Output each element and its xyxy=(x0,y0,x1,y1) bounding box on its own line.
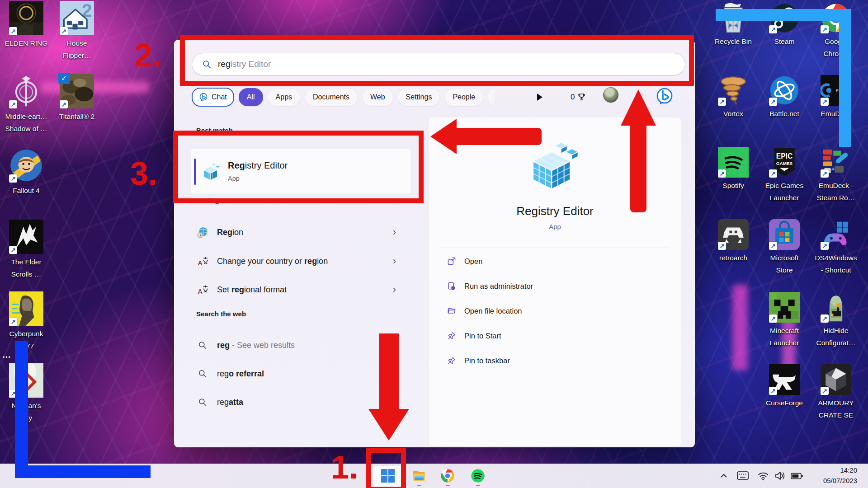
web-item-lead: reg xyxy=(217,369,229,378)
action-open-file-location[interactable]: Open file location xyxy=(447,303,522,319)
desktop-icon-label: Middle-eart… Shadow of … xyxy=(5,110,47,135)
settings-result-region[interactable]: Region › xyxy=(193,221,419,244)
user-avatar[interactable] xyxy=(603,87,618,103)
shortcut-arrow-icon: ↗ xyxy=(718,169,726,178)
filter-tab-label: Apps xyxy=(276,93,292,101)
spotify-icon xyxy=(471,469,485,483)
tray-chevron-up[interactable] xyxy=(717,467,731,485)
desktop-icon-armoury-crate[interactable]: ↗ ARMOURY CRATE SE xyxy=(811,364,861,421)
elder-scrolls-icon: ↗ xyxy=(9,220,43,254)
desktop-icon-hidhide[interactable]: ↗ HidHide Configurat… xyxy=(811,292,861,349)
filter-tab-settings[interactable]: Settings xyxy=(398,88,440,106)
filter-tab-label: Settings xyxy=(406,93,432,101)
desktop-icon-emudeck[interactable]: EMU D ↗ EmuDeck xyxy=(811,75,861,120)
desktop-icon-label: Steam xyxy=(774,35,795,47)
action-pin-to-start[interactable]: Pin to Start xyxy=(447,328,501,344)
tray-volume[interactable] xyxy=(772,467,788,485)
desktop-icon-retroarch[interactable]: ↗ retroarch xyxy=(708,219,759,264)
desktop-icon-label: Epic Games Launcher xyxy=(765,179,803,204)
desktop-icon-curseforge[interactable]: ↗ CurseForge xyxy=(759,364,810,409)
tray-wifi[interactable] xyxy=(756,467,770,485)
minecraft-creeper-icon: ↗ xyxy=(769,292,800,323)
bing-button[interactable] xyxy=(655,87,675,105)
desktop-icon-minecraft[interactable]: ↗ Minecraft Launcher xyxy=(759,292,810,349)
action-label: Pin to Start xyxy=(464,332,501,340)
file-explorer-icon xyxy=(412,469,426,483)
microsoft-store-icon: ↗ xyxy=(769,219,800,250)
shortcut-arrow-icon: ↗ xyxy=(9,174,17,183)
action-pin-to-taskbar[interactable]: Pin to taskbar xyxy=(447,352,510,369)
clock[interactable]: 14:20 05/07/2023 xyxy=(800,465,857,486)
desktop-icon-elder-scrolls[interactable]: ↗ The Elder Scrolls … xyxy=(1,220,52,280)
speaker-icon xyxy=(774,471,785,480)
desktop-icon-epic-games[interactable]: EPICGAMES ↗ Epic Games Launcher xyxy=(759,147,810,204)
search-flyout: registry Editor Chat All Apps Documents … xyxy=(174,40,695,447)
search-icon xyxy=(193,341,212,350)
rewards-button[interactable]: 0 xyxy=(571,87,586,107)
desktop-icon-microsoft-store[interactable]: ↗ Microsoft Store xyxy=(759,219,810,276)
annotation-arrow-up xyxy=(630,125,646,212)
desktop-icon-label: DS4Windows - Shortcut xyxy=(815,252,857,276)
language-icon: A xyxy=(193,256,212,267)
desktop-icon-house-flipper[interactable]: 2 ↗ House Flipper… xyxy=(52,1,102,61)
desktop-icon-vortex[interactable]: ↗ Vortex xyxy=(708,75,759,120)
file-explorer-button[interactable] xyxy=(410,467,428,485)
web-header: Search the web xyxy=(196,310,246,318)
filter-tab-people[interactable]: People xyxy=(444,88,483,106)
spotify-button[interactable] xyxy=(469,467,487,485)
filter-tab-apps[interactable]: Apps xyxy=(268,88,300,106)
wifi-icon xyxy=(758,472,769,480)
shortcut-arrow-icon: ↗ xyxy=(821,25,829,33)
desktop-icon-emudeck-steam[interactable]: ↗ EmuDeck - Steam Ro… xyxy=(811,147,861,204)
rewards-count: 0 xyxy=(571,93,575,102)
desktop-icon-spotify[interactable]: ↗ Spotify xyxy=(708,147,759,192)
annotation-rect-start xyxy=(366,448,406,488)
action-label: Run as administrator xyxy=(464,282,533,291)
shortcut-arrow-icon: ↗ xyxy=(821,98,829,106)
filter-tab-chat[interactable]: Chat xyxy=(192,88,234,107)
shortcut-arrow-icon: ↗ xyxy=(9,27,17,35)
action-open[interactable]: Open xyxy=(447,253,482,269)
filters-expand-button[interactable] xyxy=(536,87,543,107)
tray-touch-keyboard[interactable] xyxy=(735,467,750,485)
action-label: Pin to taskbar xyxy=(464,357,510,365)
desktop-icon-fallout-4[interactable]: ↗ Fallout 4 xyxy=(1,148,52,197)
filter-tab-label: Documents xyxy=(313,93,349,101)
annotation-cyan-line-vertical xyxy=(839,9,851,147)
divider xyxy=(442,248,668,248)
desktop-icon-titanfall-2[interactable]: ✓ ↗ Titanfall® 2 xyxy=(52,74,102,122)
desktop-icon-elden-ring[interactable]: ↗ ELDEN RING xyxy=(1,1,52,49)
running-indicator xyxy=(446,485,450,486)
shortcut-arrow-icon: ↗ xyxy=(9,246,17,254)
svg-text:A: A xyxy=(198,259,202,267)
keyboard-icon xyxy=(737,471,749,480)
settings-result-country-region[interactable]: A Change your country or region › xyxy=(193,250,419,272)
desktop-icon-label: CurseForge xyxy=(766,397,803,409)
search-icon xyxy=(193,398,212,407)
registry-editor-icon-large xyxy=(530,141,580,192)
epic-text-1: EPIC xyxy=(776,152,793,160)
bing-icon xyxy=(656,87,674,105)
admin-shield-icon xyxy=(447,282,456,291)
desktop-icon-middle-earth[interactable]: ↗ Middle-eart… Shadow of … xyxy=(1,74,52,135)
windows-desktop: ↗ ELDEN RING 2 ↗ House Flipper… ↗ Middle… xyxy=(0,0,868,488)
filter-tab-documents[interactable]: Documents xyxy=(305,88,358,106)
ds4windows-icon: ↗ xyxy=(821,219,851,250)
filter-tab-partial[interactable] xyxy=(488,88,495,106)
desktop-icon-ds4windows[interactable]: ↗ DS4Windows - Shortcut xyxy=(811,219,861,276)
filter-tab-all[interactable]: All xyxy=(239,88,263,106)
desktop-icon-label: Microsoft Store xyxy=(770,252,799,276)
chrome-button[interactable] xyxy=(439,467,457,485)
hidhide-icon: ↗ xyxy=(821,292,851,323)
filter-tab-web[interactable]: Web xyxy=(362,88,393,106)
settings-result-regional-format[interactable]: A Set regional format › xyxy=(193,278,419,301)
settings-item-match: Reg xyxy=(217,228,232,237)
epic-games-icon: EPICGAMES ↗ xyxy=(769,147,800,178)
vortex-icon: ↗ xyxy=(718,75,749,106)
action-run-as-administrator[interactable]: Run as administrator xyxy=(447,278,533,294)
region-globe-icon xyxy=(193,226,212,239)
desktop-icon-battle-net[interactable]: ↗ Battle.net xyxy=(759,75,810,120)
action-label: Open file location xyxy=(464,307,522,315)
curseforge-icon: ↗ xyxy=(769,364,800,395)
annotation-arrow-left xyxy=(456,128,542,145)
